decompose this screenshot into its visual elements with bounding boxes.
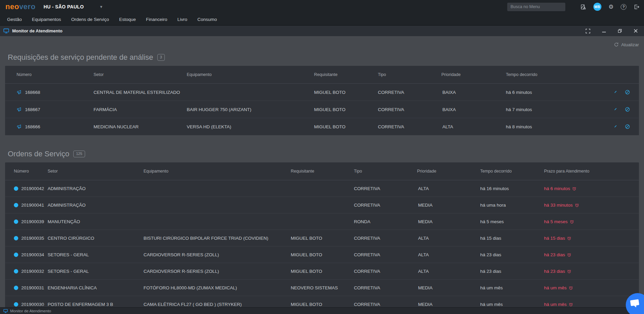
approve-check-icon[interactable] [615,124,617,129]
theme-icon[interactable] [581,4,586,10]
prioridade-cell[interactable]: BAIXA [441,107,506,112]
tipo-cell: CORRETIVA [354,186,417,191]
logout-icon[interactable] [634,4,639,10]
prioridade-value: ALTA [417,252,430,257]
prioridade-cell[interactable]: ALTA [417,269,480,274]
tempo-decorrido-cell: há 23 dias [480,252,544,257]
menu-item-gestao[interactable]: Gestão [2,17,27,22]
site-selector[interactable]: HU - SÃO PAULO [44,4,84,9]
approve-check-icon[interactable] [615,89,617,95]
prazo-cell: há 15 dias [544,236,639,241]
refresh-button[interactable]: Atualizar [5,36,639,49]
table-row[interactable]: 168667FARMÁCIABAIR HUGGER 750 (ARIZANT)M… [5,101,639,118]
question-mark: ? [621,4,626,10]
refresh-label: Atualizar [621,42,639,47]
column-header-equipamento: Equipamento [187,72,314,77]
prioridade-cell[interactable]: BAIXA [441,90,506,95]
column-header-label: Número [14,169,29,174]
help-icon[interactable]: ? [621,4,626,10]
numero-value: 168666 [25,124,40,129]
numero-cell: 201900032 [5,269,48,274]
column-header-equipamento: Equipamento [144,169,291,174]
ordens-count-badge: 125 [73,151,85,157]
close-icon[interactable] [634,29,638,33]
tempo-decorrido-cell: há uma hora [480,203,544,208]
column-header-prioridade: Prioridade [441,72,506,77]
menu-item-consumo[interactable]: Consumo [192,17,222,22]
prioridade-cell[interactable]: ALTA [417,186,480,191]
numero-cell: 201900030 [5,302,48,307]
tipo-cell: CORRETIVA [354,285,417,290]
topbar-row: neovero HU - SÃO PAULO ▼ MB ⚙ ? [0,0,644,14]
setor-cell: CENTRAL DE MATERIAL ESTERILIZADO [94,90,187,95]
settings-gear-icon[interactable]: ⚙ [609,4,614,10]
prioridade-cell[interactable]: MEDIA [417,285,480,290]
chevron-down-icon[interactable]: ▼ [99,5,103,9]
minimize-icon[interactable] [602,29,606,33]
equipamento-cell: VERSA HD (ELEKTA) [187,124,314,129]
avatar-initials: MB [594,5,600,9]
prioridade-value: BAIXA [441,90,457,95]
table-row[interactable]: 201900039MANUTENÇÃORONDAMEDIAhá 5 mesesh… [5,213,639,230]
block-icon[interactable] [625,124,630,129]
menu-item-ordens-de-servico[interactable]: Ordens de Serviço [66,17,114,22]
menu-item-livro[interactable]: Livro [172,17,192,22]
menu-item-financeiro[interactable]: Financeiro [141,17,172,22]
prazo-cell: há um mês [544,302,639,307]
requisitante-cell: MIGUEL BOTO [291,269,354,274]
fullscreen-icon[interactable] [586,29,590,33]
table-row[interactable]: 168666MEDICINA NUCLEARVERSA HD (ELEKTA)M… [5,118,639,135]
numero-cell: 201900042 [5,186,48,191]
numero-value: 168668 [25,90,40,95]
ordens-title-text: Ordens de Serviço [8,150,69,158]
table-row[interactable]: 201900034SETORES - GERALCARDIOVERSOR R-S… [5,246,639,263]
statusbar-task-monitor[interactable]: Monitor de Atendimento [3,309,51,313]
numero-value: 201900042 [21,186,44,191]
table-row[interactable]: 201900035CENTRO CIRÚRGICOBISTURI CIRÚRGI… [5,230,639,246]
prioridade-value: ALTA [417,269,430,274]
prazo-cell: há 33 minutos [544,203,639,208]
prioridade-cell[interactable]: MEDIA [417,219,480,224]
table-row[interactable]: 201900031ENGENHARIA CLÍNICAFOTÓFORO HL80… [5,280,639,296]
tempo-decorrido-cell: há 23 dias [480,269,544,274]
table-row[interactable]: 201900032SETORES - GERALCARDIOVERSOR R-S… [5,263,639,280]
block-icon[interactable] [625,107,630,112]
prioridade-cell[interactable]: ALTA [417,236,480,241]
approve-check-icon[interactable] [615,107,617,112]
table-row[interactable]: 201900042ADMINISTRAÇÃOCORRETIVAALTAhá 16… [5,180,639,197]
column-header-label: Equipamento [187,72,212,77]
numero-value: 201900035 [21,236,44,241]
menu-search-input[interactable] [507,3,565,11]
prioridade-cell[interactable]: MEDIA [417,302,480,307]
tipo-cell: CORRETIVA [378,107,441,112]
numero-value: 201900032 [21,269,44,274]
prioridade-cell[interactable]: MEDIA [417,203,480,208]
block-icon[interactable] [625,89,630,95]
logo-text-neo: neo [5,2,19,11]
avatar[interactable]: MB [593,3,601,11]
restore-icon[interactable] [618,29,622,33]
column-header-label: Requisitante [291,169,314,174]
prioridade-cell[interactable]: ALTA [441,124,506,129]
numero-cell: 201900031 [5,285,48,290]
requisitante-cell: MIGUEL BOTO [291,236,354,241]
setor-cell: ENGENHARIA CLÍNICA [48,285,144,290]
table-row[interactable]: 168668CENTRAL DE MATERIAL ESTERILIZADOMI… [5,84,639,101]
column-header-label: Número [17,72,31,77]
column-header-label: Requisitante [314,72,338,77]
neovero-logo[interactable]: neovero [5,2,35,11]
column-header-requisitante: Requisitante [291,169,354,174]
prioridade-value: ALTA [417,186,430,191]
numero-value: 201900034 [21,252,44,257]
prioridade-value: BAIXA [441,107,457,112]
column-header-label: Prazo para Atendimento [544,169,589,174]
menu-item-estoque[interactable]: Estoque [114,17,141,22]
table-row[interactable]: 201900041ADMINISTRAÇÃOCORRETIVAMEDIAhá u… [5,197,639,213]
megaphone-icon [17,90,22,95]
menu-item-equipamentos[interactable]: Equipamentos [27,17,66,22]
blue-dot-icon [14,219,18,224]
prioridade-cell[interactable]: ALTA [417,252,480,257]
prazo-value: há 6 minutos [544,186,570,191]
prazo-cell: há 6 minutos [544,186,639,191]
alarm-clock-icon [575,203,579,207]
